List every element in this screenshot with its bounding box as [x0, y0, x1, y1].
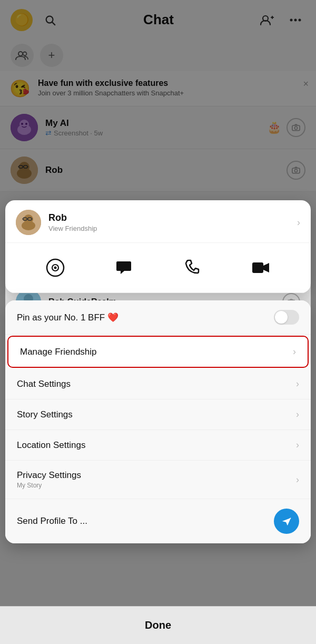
- privacy-settings-item[interactable]: Privacy Settings My Story ›: [5, 461, 311, 499]
- context-user-sub: View Friendship: [48, 225, 297, 232]
- location-settings-left: Location Settings: [17, 440, 85, 451]
- context-user-info: Rob View Friendship: [48, 212, 297, 232]
- manage-friendship-chevron: ›: [293, 346, 296, 357]
- chat-message-button[interactable]: [110, 253, 138, 282]
- pin-bff-toggle[interactable]: [274, 310, 299, 325]
- privacy-settings-chevron: ›: [296, 474, 299, 485]
- chat-settings-item[interactable]: Chat Settings ›: [5, 369, 311, 399]
- context-chevron-icon: ›: [297, 217, 300, 228]
- story-camera-button[interactable]: [41, 253, 70, 282]
- svg-point-37: [54, 267, 57, 269]
- privacy-settings-label: Privacy Settings: [17, 470, 81, 481]
- chat-settings-label: Chat Settings: [17, 379, 71, 389]
- story-settings-left: Story Settings: [17, 409, 73, 420]
- svg-rect-38: [252, 262, 263, 273]
- phone-call-button[interactable]: [178, 253, 206, 282]
- video-call-button[interactable]: [246, 253, 275, 282]
- pin-bff-label: Pin as your No. 1 BFF ❤️: [17, 312, 118, 323]
- context-rob-avatar: [16, 210, 41, 235]
- story-settings-chevron: ›: [296, 409, 299, 420]
- location-settings-item[interactable]: Location Settings ›: [5, 430, 311, 461]
- chat-settings-chevron: ›: [296, 378, 299, 389]
- context-action-row: [5, 243, 311, 293]
- pin-bff-left: Pin as your No. 1 BFF ❤️: [17, 312, 118, 323]
- rob-context-card: Rob View Friendship ›: [5, 200, 311, 293]
- context-card-header[interactable]: Rob View Friendship ›: [5, 200, 311, 243]
- pin-bff-item[interactable]: Pin as your No. 1 BFF ❤️: [5, 300, 311, 335]
- story-settings-item[interactable]: Story Settings ›: [5, 399, 311, 430]
- context-user-name: Rob: [48, 212, 297, 223]
- story-settings-label: Story Settings: [17, 409, 73, 420]
- done-bar: Done: [0, 606, 316, 644]
- send-profile-item[interactable]: Send Profile To ...: [5, 499, 311, 543]
- manage-friendship-left: Manage Friendship: [20, 347, 97, 357]
- done-button[interactable]: Done: [145, 619, 171, 631]
- location-settings-chevron: ›: [296, 440, 299, 451]
- manage-friendship-label: Manage Friendship: [20, 347, 97, 357]
- manage-friendship-item[interactable]: Manage Friendship ›: [7, 336, 309, 368]
- send-profile-left: Send Profile To ...: [17, 516, 87, 526]
- privacy-settings-left: Privacy Settings My Story: [17, 470, 81, 489]
- bottom-menu-card: Pin as your No. 1 BFF ❤️ Manage Friendsh…: [5, 300, 311, 543]
- send-profile-label: Send Profile To ...: [17, 516, 87, 526]
- privacy-settings-sublabel: My Story: [17, 482, 81, 489]
- location-settings-label: Location Settings: [17, 440, 85, 451]
- toggle-knob: [275, 311, 288, 324]
- send-profile-button[interactable]: [274, 509, 299, 534]
- chat-settings-left: Chat Settings: [17, 379, 71, 389]
